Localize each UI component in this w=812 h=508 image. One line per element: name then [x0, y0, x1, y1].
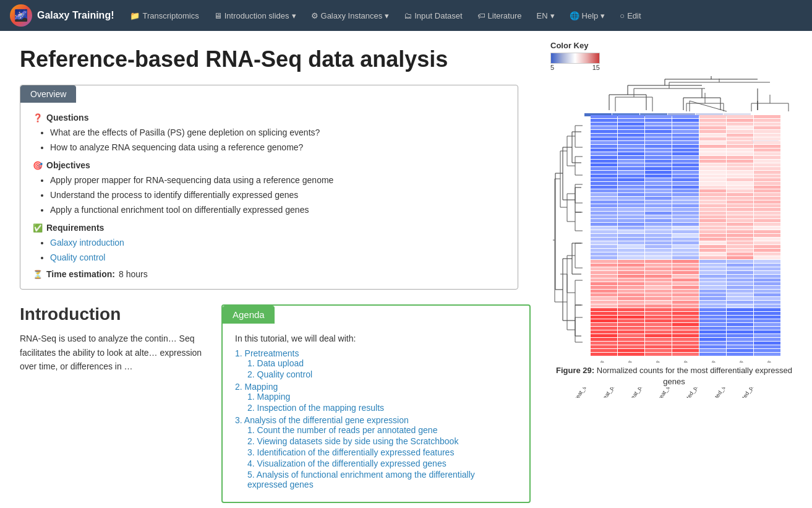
slides-icon: 🖥: [214, 11, 222, 20]
figure-label: Figure 29:: [556, 366, 594, 375]
agenda-list: 1. Pretreatments 1. Data upload 2. Quali…: [235, 348, 517, 489]
figure-caption: Normalized counts for the most different…: [594, 366, 792, 386]
logo[interactable]: 🌌 Galaxy Training!: [10, 4, 114, 27]
bookmark-icon: 🏷: [477, 11, 485, 20]
nav-language[interactable]: EN ▾: [531, 7, 561, 24]
agenda-sub-item: 2. Viewing datasets side by side using t…: [247, 436, 517, 446]
agenda-intro: In this tutorial, we will deal with:: [235, 334, 517, 343]
color-key-min: 5: [550, 64, 554, 71]
requirements-list: Galaxy introduction Quality control: [33, 236, 505, 264]
objectives-list: Apply proper mapper for RNA-sequencing d…: [33, 174, 505, 217]
agenda-subsection-3: 1. Count the number of reads per annotat…: [235, 425, 517, 489]
help-icon: 🌐: [570, 11, 579, 20]
intro-text: RNA-Seq is used to analyze the contin… S…: [20, 332, 212, 373]
left-column: Introduction RNA-Seq is used to analyze …: [20, 304, 212, 503]
agenda-subsection-1: 1. Data upload 2. Quality control: [235, 358, 517, 379]
agenda-section-3: 3. Analysis of the differential gene exp…: [235, 415, 517, 489]
agenda-subsection-2: 1. Mapping 2. Inspection of the mapping …: [235, 392, 517, 413]
logo-icon: 🌌: [10, 4, 32, 27]
chevron-down-icon: ▾: [292, 11, 296, 20]
nav-edit[interactable]: ○ Edit: [613, 7, 647, 24]
overview-box: Overview Questions What are the effects …: [20, 85, 518, 290]
content-area: Reference-based RNA-Seq data analysis Ov…: [0, 31, 538, 508]
objective-item: Understand the process to identify diffe…: [50, 189, 505, 202]
agenda-sub-item: 2. Inspection of the mapping results: [247, 403, 517, 413]
time-icon: [33, 269, 43, 279]
heatmap-full-svg: GSM461179_treat_single_counts GSM461180_…: [550, 76, 804, 398]
dataset-icon: 🗂: [404, 11, 412, 20]
agenda-sub-item: 1. Count the number of reads per annotat…: [247, 425, 517, 435]
agenda-sub-item: 4. Visualization of the differentially e…: [247, 458, 517, 468]
overview-content: Questions What are the effects of Pasill…: [20, 103, 518, 289]
objectives-heading: Objectives: [33, 160, 505, 170]
edit-icon: ○: [620, 11, 625, 20]
agenda-tab[interactable]: Agenda: [223, 306, 275, 324]
nav-help[interactable]: 🌐 Help ▾: [563, 7, 612, 24]
color-key-title: Color Key: [550, 41, 798, 50]
question-item: What are the effects of Pasilla (PS) gen…: [50, 126, 505, 139]
page-title: Reference-based RNA-Seq data analysis: [20, 46, 518, 72]
folder-icon: 📁: [130, 11, 140, 20]
chevron-down-icon-4: ▾: [600, 11, 605, 20]
color-key-bar: [550, 53, 600, 64]
nav-input-dataset[interactable]: 🗂 Input Dataset: [398, 7, 468, 24]
heatmap-container: // This is just for reference - we'll dr…: [550, 76, 804, 400]
objective-item: Apply a functional enrichment tool on di…: [50, 204, 505, 217]
time-estimation: Time estimation: 8 hours: [33, 269, 505, 279]
questions-heading: Questions: [33, 113, 505, 123]
nav-transcriptomics[interactable]: 📁 Transcriptomics: [124, 7, 205, 24]
chevron-down-icon-3: ▾: [550, 11, 555, 20]
agenda-sub-item: 3. Identification of the differentially …: [247, 447, 517, 457]
main-layout: Reference-based RNA-Seq data analysis Ov…: [0, 31, 812, 508]
heatmap-caption: Figure 29: Normalized counts for the mos…: [550, 363, 798, 387]
overview-tab[interactable]: Overview: [20, 85, 76, 103]
agenda-sub-item: 1. Data upload: [247, 358, 517, 368]
agenda-section-1: 1. Pretreatments 1. Data upload 2. Quali…: [235, 348, 517, 379]
agenda-section-2: 2. Mapping 1. Mapping 2. Inspection of t…: [235, 382, 517, 413]
color-key-max: 15: [592, 64, 600, 71]
agenda-sub-item: 2. Quality control: [247, 369, 517, 379]
target-icon: [33, 160, 43, 170]
questions-list: What are the effects of Pasilla (PS) gen…: [33, 126, 505, 154]
requirements-icon: [33, 223, 43, 233]
color-key-labels: 5 15: [550, 64, 600, 71]
nav-galaxy-instances[interactable]: ⚙ Galaxy Instances ▾: [305, 7, 396, 24]
requirement-item[interactable]: Quality control: [50, 251, 505, 264]
agenda-content: In this tutorial, we will deal with: 1. …: [223, 324, 529, 502]
nav-intro-slides[interactable]: 🖥 Introduction slides ▾: [208, 7, 302, 24]
agenda-sub-item: 1. Mapping: [247, 392, 517, 402]
gear-icon: ⚙: [311, 11, 318, 20]
question-item: How to analyze RNA sequencing data using…: [50, 141, 505, 154]
objective-item: Apply proper mapper for RNA-sequencing d…: [50, 174, 505, 187]
logo-text: Galaxy Training!: [37, 10, 114, 21]
question-icon: [33, 113, 43, 123]
agenda-sub-item: 5. Analysis of functional enrichment amo…: [247, 470, 517, 489]
requirements-heading: Requirements: [33, 223, 505, 233]
navigation: 🌌 Galaxy Training! 📁 Transcriptomics 🖥 I…: [0, 0, 812, 31]
color-key-section: Color Key 5 15: [550, 41, 798, 71]
lower-section: Introduction RNA-Seq is used to analyze …: [20, 304, 518, 503]
nav-literature[interactable]: 🏷 Literature: [471, 7, 528, 24]
right-panel: Color Key 5 15: [538, 31, 810, 508]
agenda-box: Agenda In this tutorial, we will deal wi…: [221, 304, 531, 503]
chevron-down-icon-2: ▾: [385, 11, 389, 20]
intro-title: Introduction: [20, 304, 212, 324]
requirement-item[interactable]: Galaxy introduction: [50, 236, 505, 249]
